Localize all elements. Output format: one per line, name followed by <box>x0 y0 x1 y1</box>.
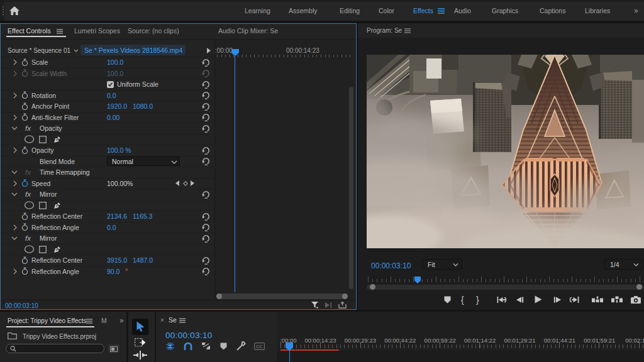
svg-text:CC: CC <box>256 344 262 349</box>
